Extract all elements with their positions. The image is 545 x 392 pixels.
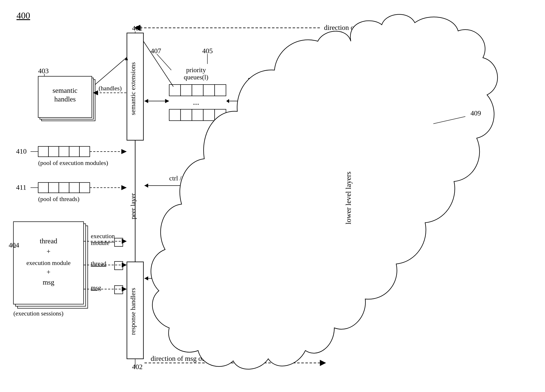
svg-rect-42 bbox=[115, 261, 123, 270]
handles-arrow-label: (handles) bbox=[99, 85, 122, 92]
svg-rect-21 bbox=[59, 146, 69, 157]
svg-rect-57 bbox=[192, 109, 203, 121]
label-402: 402 bbox=[132, 363, 142, 371]
svg-rect-56 bbox=[180, 109, 192, 121]
svg-rect-45 bbox=[115, 286, 123, 294]
plus1: + bbox=[46, 247, 50, 255]
thread-label: thread bbox=[40, 237, 57, 245]
label-404: 404 bbox=[9, 241, 19, 249]
svg-rect-23 bbox=[80, 146, 90, 157]
svg-rect-29 bbox=[59, 182, 69, 193]
semantic-handles-text2: handles bbox=[54, 95, 76, 103]
svg-rect-20 bbox=[49, 146, 59, 157]
thread-arrow-label: thread bbox=[91, 260, 106, 267]
pool-threads-label: (pool of threads) bbox=[38, 195, 80, 203]
execution-sessions-label: (execution sessions) bbox=[13, 310, 63, 317]
execution-module-text: execution module bbox=[26, 259, 71, 266]
svg-rect-55 bbox=[169, 109, 180, 121]
svg-rect-53 bbox=[203, 84, 215, 96]
label-409: 409 bbox=[471, 109, 481, 117]
svg-rect-50 bbox=[169, 84, 180, 96]
semantic-extensions-label: semantic extensions bbox=[129, 62, 137, 115]
label-403: 403 bbox=[38, 67, 49, 75]
msg-arrow-label: msg bbox=[91, 284, 101, 291]
priority-queues-l-label2: queues(l) bbox=[184, 73, 208, 81]
svg-rect-58 bbox=[203, 109, 215, 121]
svg-rect-31 bbox=[80, 182, 90, 193]
svg-rect-27 bbox=[38, 182, 49, 193]
peer-layer-label: peer layer bbox=[129, 193, 137, 219]
svg-rect-38 bbox=[115, 238, 123, 247]
label-405: 405 bbox=[202, 47, 213, 55]
svg-rect-30 bbox=[69, 182, 80, 193]
label-411: 411 bbox=[16, 184, 26, 191]
exec-module-arrow-label2: module bbox=[91, 239, 109, 246]
lower-level-layers-label: lower level layers bbox=[344, 172, 353, 224]
exec-module-arrow-label: execution bbox=[91, 233, 115, 239]
svg-rect-54 bbox=[215, 84, 226, 96]
pool-execution-label: (pool of execution modules) bbox=[38, 159, 108, 166]
label-407: 407 bbox=[151, 47, 161, 55]
svg-rect-51 bbox=[180, 84, 192, 96]
svg-rect-19 bbox=[38, 146, 49, 157]
svg-rect-28 bbox=[49, 182, 59, 193]
msg-text: msg bbox=[43, 278, 55, 286]
plus2: + bbox=[46, 268, 50, 276]
label-410: 410 bbox=[16, 147, 27, 155]
svg-rect-52 bbox=[192, 84, 203, 96]
response-handlers-label: response handlers bbox=[129, 288, 137, 335]
svg-rect-22 bbox=[69, 146, 80, 157]
priority-queues-l-label: priority bbox=[186, 66, 206, 74]
dots-l: ... bbox=[193, 97, 199, 107]
semantic-handles-text: semantic bbox=[53, 87, 78, 94]
label-401: 401 bbox=[132, 24, 142, 32]
diagram-title: 400 bbox=[17, 11, 30, 21]
diagram: 400 direction of msg inflow direction of… bbox=[0, 0, 545, 392]
